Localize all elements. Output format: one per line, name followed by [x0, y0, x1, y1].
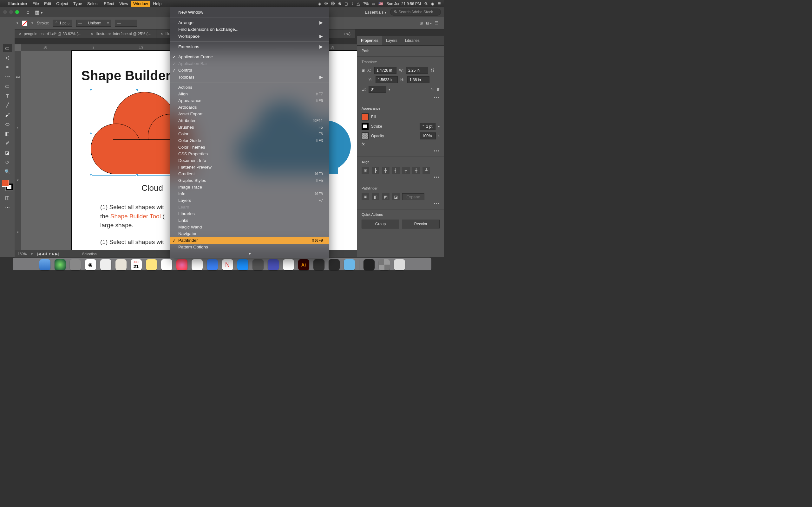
menu-app[interactable]: Illustrator: [8, 1, 27, 6]
dock-icon-finder[interactable]: [39, 259, 50, 270]
menu-item-flattener-preview[interactable]: Flattener Preview: [170, 164, 329, 170]
dock-icon-notes[interactable]: [146, 259, 157, 270]
opacity-swatch[interactable]: [362, 132, 368, 139]
dock-icon-chrome2[interactable]: [283, 259, 294, 270]
menu-item-layers[interactable]: LayersF7: [170, 197, 329, 204]
tab-libraries[interactable]: Libraries: [401, 36, 423, 45]
artboard-nav[interactable]: |◀ ◀ 4 ▾ ▶ ▶|: [37, 252, 59, 256]
align-bottom-icon[interactable]: ┻: [422, 167, 430, 174]
tab-layers[interactable]: Layers: [382, 36, 401, 45]
rectangle-tool[interactable]: ▭: [3, 82, 12, 90]
fill-stroke-control[interactable]: [2, 180, 13, 190]
menu-item-find-extensions[interactable]: Find Extensions on Exchange...: [170, 26, 329, 33]
transform-panel-icon[interactable]: ⊟ ▾: [426, 21, 432, 25]
menu-item-magic-wand[interactable]: Magic Wand: [170, 224, 329, 230]
menu-type[interactable]: Type: [73, 1, 82, 6]
eyedropper-tool[interactable]: ✐: [3, 139, 12, 147]
menu-item-color-guide[interactable]: Color Guide⇧F3: [170, 137, 329, 144]
dock-icon-app3[interactable]: [344, 259, 355, 270]
dock-icon-calendar[interactable]: JUN21: [131, 259, 142, 270]
dock-icon-file[interactable]: [363, 259, 374, 270]
selection-tool[interactable]: ▭: [3, 44, 12, 52]
dock-icon-mail[interactable]: [100, 259, 111, 270]
shape-builder-tool[interactable]: ⬭: [3, 120, 12, 128]
edit-toolbar-icon[interactable]: ⋯: [3, 203, 12, 211]
gradient-tool[interactable]: ◧: [3, 130, 12, 138]
doc-tab[interactable]: ew): [340, 30, 355, 38]
pen-tool[interactable]: ✒: [3, 63, 12, 71]
tab-properties[interactable]: Properties: [357, 36, 382, 45]
menu-item-align[interactable]: Align⇧F7: [170, 91, 329, 97]
dock-icon-app2[interactable]: [328, 259, 340, 270]
flip-v-icon[interactable]: ⇵: [437, 87, 440, 92]
lotus-icon[interactable]: ❋: [338, 2, 341, 6]
bluetooth-icon[interactable]: ᛒ: [351, 2, 353, 6]
draw-mode-icon[interactable]: ◫: [3, 193, 12, 202]
more-options-icon[interactable]: •••: [362, 202, 440, 206]
stroke-weight-input[interactable]: ⌃ 1 pt ⌄: [53, 20, 72, 26]
menu-item-arrange[interactable]: Arrange▶: [170, 19, 329, 26]
menu-item-css-properties[interactable]: CSS Properties: [170, 151, 329, 157]
close-tab-icon[interactable]: ×: [91, 32, 93, 36]
menu-item-artboards[interactable]: Artboards: [170, 104, 329, 111]
record-icon[interactable]: ⦿: [324, 2, 328, 6]
y-input[interactable]: 1.5633 in: [375, 76, 398, 83]
stroke-profile-dropdown[interactable]: — Uniform ▾: [76, 20, 111, 26]
siri-icon[interactable]: ◉: [431, 2, 434, 6]
menu-item-actions[interactable]: Actions: [170, 84, 329, 91]
rotate-tool[interactable]: ⟳: [3, 158, 12, 166]
menu-item-extensions[interactable]: Extensions▶: [170, 43, 329, 50]
menu-expand-icon[interactable]: ▾: [170, 250, 329, 257]
menu-item-color[interactable]: ColorF6: [170, 130, 329, 137]
align-hcenter-icon[interactable]: ╋: [382, 167, 390, 174]
dock-icon-zoom[interactable]: [207, 259, 218, 270]
menu-edit[interactable]: Edit: [44, 1, 51, 6]
fx-icon[interactable]: fx.: [362, 142, 366, 147]
menu-item-graphic-styles[interactable]: Graphic Styles⇧F5: [170, 177, 329, 184]
menu-item-info[interactable]: Info⌘F8: [170, 190, 329, 197]
dock-icon-photos[interactable]: [176, 259, 188, 270]
menu-object[interactable]: Object: [56, 1, 68, 6]
more-options-icon[interactable]: •••: [362, 175, 440, 180]
group-button[interactable]: Group: [362, 220, 399, 228]
ref-point-icon[interactable]: ⊞: [362, 68, 365, 72]
globe-icon[interactable]: 🌐︎: [331, 2, 335, 6]
dock-icon-app1[interactable]: [313, 259, 324, 270]
menu-item-asset-export[interactable]: Asset Export: [170, 111, 329, 117]
line-tool[interactable]: ╱: [3, 101, 12, 109]
menu-item-document-info[interactable]: Document Info: [170, 157, 329, 164]
stroke-swatch[interactable]: [22, 20, 28, 26]
fill-color-swatch[interactable]: [362, 113, 368, 120]
menu-item-pattern-options[interactable]: Pattern Options: [170, 244, 329, 250]
arrange-docs-icon[interactable]: ▦ ▾: [35, 9, 43, 15]
align-right-icon[interactable]: ┫: [392, 167, 400, 174]
align-left-icon[interactable]: ┣: [372, 167, 379, 174]
menu-item-navigator[interactable]: Navigator: [170, 230, 329, 237]
minus-front-icon[interactable]: ◧: [372, 193, 379, 200]
menu-file[interactable]: File: [32, 1, 39, 6]
panel-menu-icon[interactable]: ☰: [435, 21, 438, 25]
brush-def-dropdown[interactable]: —: [115, 20, 137, 26]
dock-icon-chrome[interactable]: ◉: [85, 259, 96, 270]
zoom-tool[interactable]: 🔍: [3, 168, 12, 176]
dock-icon-maps[interactable]: [161, 259, 172, 270]
type-tool[interactable]: T: [3, 92, 12, 100]
dock-icon-downloads[interactable]: [379, 259, 390, 270]
menu-help[interactable]: Help: [153, 1, 161, 6]
menu-select[interactable]: Select: [87, 1, 99, 6]
more-options-icon[interactable]: •••: [362, 149, 440, 153]
menu-item-libraries[interactable]: Libraries: [170, 210, 329, 217]
exclude-icon[interactable]: ◪: [392, 193, 400, 200]
menu-item-color-themes[interactable]: Color Themes: [170, 144, 329, 151]
dock-icon-siri[interactable]: [55, 259, 66, 270]
more-options-icon[interactable]: •••: [362, 95, 440, 100]
airplay-icon[interactable]: ▢: [345, 2, 348, 6]
home-icon[interactable]: ⌂: [26, 9, 30, 15]
eraser-tool[interactable]: ◪: [3, 149, 12, 157]
menu-item-new-window[interactable]: New Window: [170, 9, 329, 15]
menu-item-attributes[interactable]: Attributes⌘F11: [170, 117, 329, 124]
workspace-switcher[interactable]: Essentials ▾: [365, 10, 386, 14]
close-tab-icon[interactable]: ×: [161, 32, 163, 36]
close-tab-icon[interactable]: ×: [19, 32, 21, 36]
search-stock-input[interactable]: 🔍︎ Search Adobe Stock: [390, 9, 441, 15]
